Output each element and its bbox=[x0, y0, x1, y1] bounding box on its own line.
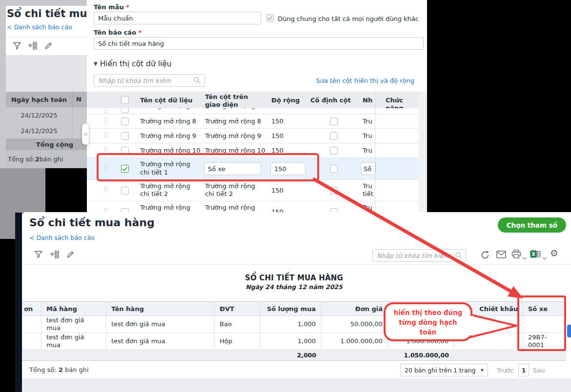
panel-collapse-handle[interactable]: < bbox=[82, 123, 89, 145]
screen: Sổ chi tiết mua < Danh sách báo cáo Ngày… bbox=[0, 0, 571, 392]
edit-pencil-icon[interactable] bbox=[44, 41, 53, 52]
export-dropdown-icon[interactable] bbox=[542, 253, 547, 262]
edit-pencil-icon[interactable] bbox=[66, 250, 75, 261]
column-row[interactable]: Trường mở rộng chi tiết 3 Trường mở rộng… bbox=[87, 201, 419, 212]
template-settings-dialog: Tên mẫu * Dùng chung cho tất cả mọi ngườ… bbox=[87, 0, 427, 212]
display-name-input[interactable] bbox=[204, 162, 261, 175]
search-icon bbox=[193, 77, 201, 86]
column-row[interactable]: Trường mở rộng 8 Trường mở rộng 8 150 Tr… bbox=[87, 114, 419, 129]
report-row[interactable]: test đơn giá mua test đơn giá mua Hộp 1,… bbox=[22, 333, 566, 350]
background-report-panel: Sổ chi tiết mua < Danh sách báo cáo Ngày… bbox=[0, 0, 87, 168]
print-dropdown-icon[interactable] bbox=[522, 253, 527, 262]
drag-handle-icon[interactable] bbox=[103, 117, 108, 126]
record-count: Tổng số: 2 bản ghi bbox=[29, 366, 89, 373]
select-arrow-icon: ▼ bbox=[481, 368, 484, 372]
column-divider bbox=[375, 92, 375, 212]
app-sidebar-sliver bbox=[15, 213, 22, 392]
report-name-input[interactable] bbox=[94, 37, 424, 50]
row-checkbox[interactable] bbox=[121, 132, 129, 140]
share-checkbox[interactable] bbox=[266, 14, 274, 22]
report-pagination: Tổng số: 2 bản ghi 20 bản ghi trên 1 tra… bbox=[22, 362, 571, 379]
bg-page-title: Sổ chi tiết mua bbox=[7, 8, 87, 20]
next-page-button[interactable]: Sau bbox=[533, 367, 545, 374]
bg-filter-area bbox=[6, 55, 87, 92]
add-column-icon[interactable] bbox=[50, 250, 60, 261]
report-back-link[interactable]: < Danh sách báo cáo bbox=[29, 234, 95, 241]
template-name-label: Tên mẫu * bbox=[94, 3, 129, 11]
drag-handle-icon[interactable] bbox=[103, 131, 108, 140]
drag-handle-icon[interactable] bbox=[103, 109, 108, 114]
filter-icon[interactable] bbox=[34, 250, 43, 261]
bg-grid-header: Ngày hạch toán N bbox=[6, 92, 87, 107]
row-checkbox-checked[interactable] bbox=[121, 165, 129, 173]
print-icon[interactable] bbox=[511, 250, 521, 261]
edit-columns-link[interactable]: Sửa tên cột hiển thị và độ rộng bbox=[316, 77, 414, 84]
group-input[interactable] bbox=[361, 162, 376, 175]
report-search-input[interactable] bbox=[372, 249, 466, 262]
export-excel-icon[interactable]: X bbox=[530, 250, 541, 261]
column-table-body: Trường mở rộng Trường mở rộng 150 Trường… bbox=[87, 108, 419, 212]
row-checkbox[interactable] bbox=[121, 187, 129, 195]
report-toolbar: X ⚙ bbox=[22, 246, 571, 265]
share-checkbox-label: Dùng chung cho tất cả mọi người dùng khá… bbox=[278, 15, 419, 22]
column-row[interactable]: Trường mở rộng chi tiết 2 Trường mở rộng… bbox=[87, 180, 419, 201]
collapse-triangle-icon: ▼ bbox=[94, 61, 98, 66]
report-table-header: ơn Mã hàng Tên hàng ĐVT Số lượng mua Đơn… bbox=[22, 301, 566, 316]
column-row[interactable]: Trường mở rộng 9 Trường mở rộng 9 150 Tr… bbox=[87, 129, 419, 143]
bg-record-count: Tổng số: 2 bản ghi bbox=[6, 150, 87, 168]
back-chevron-icon: < bbox=[7, 23, 12, 31]
fixed-checkbox[interactable] bbox=[330, 147, 338, 155]
report-page-title: Sổ chi tiết mua hàng bbox=[29, 216, 155, 229]
column-table-header: Tên cột dữ liệu Tên cột trên giao diện Đ… bbox=[87, 92, 419, 109]
refresh-icon[interactable] bbox=[480, 250, 490, 262]
fixed-checkbox[interactable] bbox=[330, 187, 338, 195]
settings-gear-icon[interactable]: ⚙ bbox=[550, 249, 558, 258]
current-page-button[interactable]: 1 bbox=[518, 364, 529, 376]
drag-handle-icon[interactable] bbox=[103, 186, 108, 195]
select-all-checkbox[interactable] bbox=[121, 96, 129, 104]
page-size-select[interactable]: 20 bản ghi trên 1 trang ▼ bbox=[400, 364, 488, 376]
scroll-indicator[interactable] bbox=[567, 325, 571, 337]
report-row[interactable]: test đơn giá mua test đơn giá mua Bao 1,… bbox=[22, 316, 566, 333]
column-row-selected[interactable]: Trường mở rộng chi tiết 1 bbox=[87, 158, 419, 180]
search-icon bbox=[455, 252, 463, 261]
drag-handle-icon[interactable] bbox=[103, 164, 108, 174]
fixed-checkbox[interactable] bbox=[330, 132, 338, 140]
footer-band bbox=[22, 378, 571, 392]
choose-params-button[interactable]: Chọn tham số bbox=[498, 217, 566, 233]
report-table: ơn Mã hàng Tên hàng ĐVT Số lượng mua Đơn… bbox=[22, 301, 566, 361]
bg-back-link[interactable]: < Danh sách báo cáo bbox=[7, 23, 72, 31]
bg-grid-row[interactable]: 24/12/2025 bbox=[6, 123, 87, 139]
filter-icon[interactable] bbox=[13, 41, 21, 52]
svg-text:X: X bbox=[531, 252, 535, 257]
bg-toolbar bbox=[6, 37, 87, 56]
fixed-checkbox[interactable] bbox=[330, 118, 338, 125]
column-section-header[interactable]: ▼Hiển thị cột dữ liệu bbox=[94, 59, 172, 68]
report-document-title: SỔ CHI TIẾT MUA HÀNG bbox=[22, 274, 566, 282]
report-name-label: Tên báo cáo * bbox=[94, 29, 142, 36]
add-column-icon[interactable] bbox=[28, 41, 38, 52]
prev-page-button[interactable]: Trước bbox=[497, 367, 514, 374]
row-checkbox[interactable] bbox=[121, 118, 129, 125]
row-checkbox[interactable] bbox=[121, 108, 129, 113]
column-search-input[interactable] bbox=[94, 74, 205, 87]
dialog-scrollbar[interactable] bbox=[419, 92, 427, 212]
row-checkbox[interactable] bbox=[121, 147, 129, 155]
report-total-row: 2,000 1.050.000,00 bbox=[22, 350, 566, 361]
template-name-input[interactable] bbox=[94, 12, 261, 24]
column-row[interactable]: Trường mở rộng 10 Trường mở rộng 10 150 … bbox=[87, 143, 419, 158]
bg-grid-total-row: Tổng cộng bbox=[6, 138, 87, 150]
report-page: Sổ chi tiết mua hàng < Danh sách báo cáo… bbox=[15, 211, 571, 392]
report-document-subtitle: Ngày 24 tháng 12 năm 2025 bbox=[22, 283, 566, 291]
column-width-input[interactable] bbox=[270, 162, 306, 175]
column-row-partial: Trường mở rộng Trường mở rộng 150 bbox=[87, 108, 419, 114]
email-icon[interactable] bbox=[496, 251, 506, 260]
drag-handle-icon[interactable] bbox=[103, 146, 108, 155]
back-chevron-icon: < bbox=[29, 234, 34, 241]
bg-grid-row[interactable]: 24/12/2025 bbox=[6, 107, 87, 123]
fixed-checkbox[interactable] bbox=[330, 165, 338, 173]
